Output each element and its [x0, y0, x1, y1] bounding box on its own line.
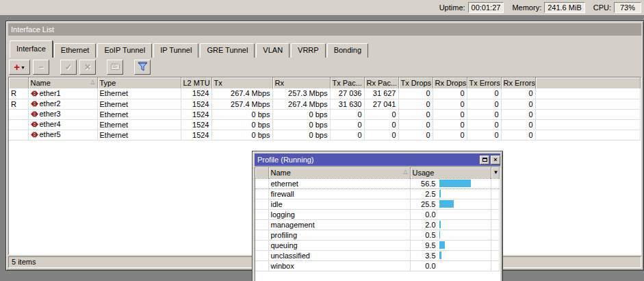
cell-type: Ethernet	[97, 130, 181, 140]
pcell-usage: 3.5	[410, 250, 491, 260]
tab[interactable]: EoIP Tunnel	[97, 43, 152, 58]
cell-filler	[535, 130, 641, 140]
tab[interactable]: Interface	[10, 40, 53, 58]
profile-row[interactable]: management 2.0	[255, 219, 500, 230]
tab[interactable]: Bonding	[327, 43, 368, 58]
col-flags[interactable]	[9, 77, 28, 88]
usage-bar	[439, 190, 441, 197]
pcell-filler	[491, 219, 500, 230]
pcell-filler	[491, 178, 500, 188]
table-row[interactable]: R ether1 Ethernet 1524 267.4 Mbps 257.3 …	[9, 88, 641, 99]
pcell-flags	[255, 240, 268, 250]
cell-rx-drops: 0	[433, 99, 467, 109]
cell-rx-packets: 0	[364, 119, 398, 130]
cell-name: ether2	[28, 99, 97, 109]
filter-funnel-icon	[138, 62, 148, 73]
cell-l2mtu: 1524	[181, 130, 211, 140]
cell-tx-packets: 27 036	[330, 88, 364, 99]
pcell-name: winbox	[268, 260, 410, 271]
cell-flags: R	[9, 88, 28, 99]
window-title[interactable]: Interface List	[8, 23, 641, 36]
pcol-dropdown[interactable]: ▼	[491, 167, 500, 178]
tab[interactable]: IP Tunnel	[153, 43, 198, 58]
profile-row[interactable]: idle 25.5	[255, 199, 500, 209]
chevron-down-icon: ▼	[21, 65, 25, 70]
profile-title: Profile (Running)	[257, 154, 314, 166]
usage-bar	[439, 221, 441, 228]
tab[interactable]: GRE Tunnel	[200, 43, 255, 58]
table-row[interactable]: ether4 Ethernet 1524 0 bps 0 bps 0 0 0 0…	[9, 119, 641, 130]
cell-tx: 267.4 Mbps	[211, 88, 272, 99]
pcell-name: firewall	[268, 188, 410, 199]
pcol-usage[interactable]: Usage	[410, 167, 491, 178]
profile-row[interactable]: ethernet 56.5	[255, 178, 500, 188]
col-tx-drops[interactable]: Tx Drops	[398, 77, 433, 88]
enable-button[interactable]: ✓	[60, 60, 77, 75]
cell-rx-errors: 0	[501, 99, 535, 109]
cell-rx-packets: 0	[364, 109, 398, 119]
cell-type: Ethernet	[97, 88, 181, 99]
cell-rx-drops: 0	[433, 109, 467, 119]
tab[interactable]: VRRP	[291, 43, 326, 58]
cpu-value: 73%	[614, 2, 641, 13]
usage-value: 0.0	[413, 262, 436, 270]
col-tx-errors[interactable]: Tx Errors	[467, 77, 501, 88]
col-tx-packets[interactable]: Tx Pac...	[330, 77, 364, 88]
profile-row[interactable]: winbox 0.0	[255, 260, 500, 271]
disable-button[interactable]: ✕	[79, 60, 96, 75]
cell-tx-packets: 0	[330, 130, 364, 140]
profile-row[interactable]: queuing 9.5	[255, 240, 500, 250]
col-rx-drops[interactable]: Rx Drops	[433, 77, 467, 88]
pcol-name[interactable]: Name△	[268, 167, 410, 178]
pcell-filler	[491, 188, 500, 199]
profile-row[interactable]: logging 0.0	[255, 209, 500, 219]
cell-rx: 267.4 Mbps	[272, 99, 330, 109]
pcell-filler	[491, 250, 500, 260]
pcell-usage: 0.0	[410, 209, 491, 219]
cell-rx-packets: 0	[364, 130, 398, 140]
table-row[interactable]: ether3 Ethernet 1524 0 bps 0 bps 0 0 0 0…	[9, 109, 641, 119]
add-icon: +	[14, 62, 20, 72]
close-button[interactable]: ×	[491, 156, 500, 164]
col-l2mtu[interactable]: L2 MTU	[181, 77, 211, 88]
maximize-button[interactable]	[480, 156, 489, 164]
pcol-flags[interactable]	[255, 167, 268, 178]
profile-row[interactable]: unclassified 3.5	[255, 250, 500, 260]
cell-tx-drops: 0	[398, 109, 433, 119]
usage-value: 0.5	[413, 231, 436, 239]
col-rx[interactable]: Rx	[272, 77, 330, 88]
col-tx[interactable]: Tx	[211, 77, 272, 88]
cell-tx-drops: 0	[398, 99, 433, 109]
usage-value: 25.5	[413, 200, 436, 208]
minus-icon: −	[38, 62, 43, 72]
profile-row[interactable]: profiling 0.5	[255, 230, 500, 240]
add-button[interactable]: + ▼	[9, 60, 30, 75]
maximize-icon	[482, 158, 487, 162]
usage-bar	[439, 241, 445, 249]
cell-tx-errors: 0	[467, 109, 501, 119]
system-status-bar: Uptime: 00:01:27 Memory: 241.6 MiB CPU: …	[0, 0, 644, 15]
table-row[interactable]: ether5 Ethernet 1524 0 bps 0 bps 0 0 0 0…	[9, 130, 641, 140]
col-name[interactable]: Name△	[28, 77, 97, 88]
pcell-flags	[255, 209, 268, 219]
col-rx-packets[interactable]: Rx Pac...	[364, 77, 398, 88]
pcell-usage: 56.5	[410, 178, 491, 188]
profile-table-header: Name△ Usage ▼	[255, 167, 500, 178]
cell-l2mtu: 1524	[181, 99, 211, 109]
comment-button[interactable]	[107, 60, 123, 75]
col-rx-errors[interactable]: Rx Errors	[501, 77, 535, 88]
pcell-usage: 0.0	[410, 260, 491, 271]
cell-rx-errors: 0	[501, 88, 535, 99]
tab[interactable]: Ethernet	[54, 43, 96, 58]
col-type[interactable]: Type	[97, 77, 181, 88]
usage-value: 56.5	[413, 180, 436, 188]
cell-tx-drops: 0	[398, 130, 433, 140]
filter-button[interactable]	[134, 60, 151, 75]
pcell-flags	[255, 260, 268, 271]
remove-button[interactable]: −	[33, 60, 49, 75]
profile-row[interactable]: firewall 2.5	[255, 188, 500, 199]
profile-titlebar[interactable]: Profile (Running) ×	[255, 154, 500, 166]
table-row[interactable]: R ether2 Ethernet 1524 257.4 Mbps 267.4 …	[9, 99, 641, 109]
tab[interactable]: VLAN	[256, 43, 289, 58]
usage-value: 3.5	[413, 252, 436, 260]
